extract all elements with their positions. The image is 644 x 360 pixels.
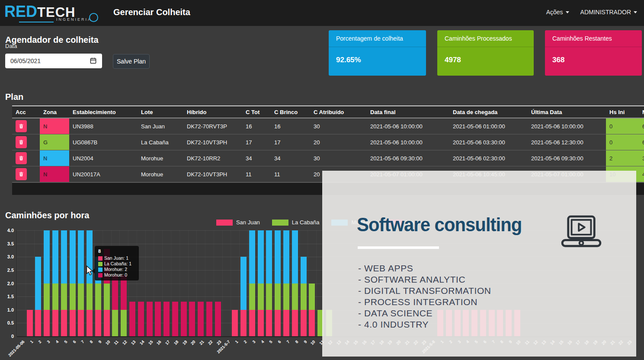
bar-segment-la-cabaña[interactable] [283, 284, 289, 310]
ad-service-list: - WEB APPS- SOFTWARE ANALYTIC- DIGITAL T… [358, 263, 491, 330]
y-tick-label: 4.0 [0, 228, 14, 233]
bar-segment-san-juan[interactable] [104, 310, 110, 336]
bar-segment-morohue[interactable] [172, 302, 178, 336]
bar-segment-morohue[interactable] [258, 230, 264, 284]
bar-segment-morohue[interactable] [198, 302, 204, 336]
bar-segment-la-cabaña[interactable] [78, 284, 84, 310]
bar-segment-la-cabaña[interactable] [275, 284, 281, 310]
bar-segment-la-cabaña[interactable] [87, 284, 93, 310]
bar-segment-morohue[interactable] [189, 302, 195, 336]
bar-segment-morohue[interactable] [215, 302, 221, 336]
legend-item[interactable]: La Cabaña [272, 219, 320, 226]
delete-row-button[interactable] [16, 136, 27, 148]
bar-segment-san-juan[interactable] [275, 310, 281, 336]
bar-segment-la-cabaña[interactable] [95, 284, 101, 310]
bar-segment-morohue[interactable] [163, 302, 170, 336]
bar-segment-san-juan[interactable] [35, 310, 41, 336]
bar-segment-san-juan[interactable] [27, 310, 33, 336]
bar-segment-morohue[interactable] [138, 302, 144, 336]
bar-segment-la-cabaña[interactable] [112, 310, 118, 336]
mouse-cursor-icon [86, 265, 94, 278]
delete-row-button[interactable] [16, 168, 27, 180]
bar-segment-morohue[interactable] [292, 230, 298, 284]
gridline [282, 230, 282, 336]
bar-segment-san-juan[interactable] [258, 310, 264, 336]
menu-acoes[interactable]: Ações [546, 9, 569, 16]
bar-segment-san-juan[interactable] [283, 310, 289, 336]
column-header: Min/C [639, 106, 644, 118]
bar-segment-san-juan[interactable] [61, 310, 67, 336]
legend-item[interactable]: San Juan [216, 219, 260, 226]
menu-administrador[interactable]: ADMINISTRADOR [580, 9, 637, 16]
bar-segment-la-cabaña[interactable] [258, 284, 264, 310]
bar-segment-san-juan[interactable] [309, 310, 315, 336]
delete-row-button[interactable] [16, 120, 27, 132]
bar-segment-morohue[interactable] [249, 230, 255, 284]
x-tick-label: 2 [243, 339, 248, 344]
bar-segment-san-juan[interactable] [292, 310, 298, 336]
bar-segment-morohue[interactable] [266, 230, 272, 284]
save-plan-button[interactable]: Salve Plan [113, 54, 150, 69]
column-header: Zona [40, 106, 69, 118]
bar-segment-la-cabaña[interactable] [309, 284, 315, 310]
bar-segment-san-juan[interactable] [70, 310, 76, 336]
cell-hibrido: DK72-10RR2 [183, 150, 242, 166]
bar-segment-san-juan[interactable] [249, 310, 255, 336]
bar-segment-morohue[interactable] [206, 302, 212, 336]
cell-c_brinco: 16 [271, 118, 310, 134]
bar-segment-morohue[interactable] [112, 275, 118, 310]
cell-establecimiento: UN3988 [69, 118, 138, 134]
bar-segment-morohue[interactable] [52, 230, 58, 284]
delete-row-button[interactable] [16, 152, 27, 164]
bar-segment-morohue[interactable] [129, 302, 135, 336]
ad-title: Software consulting [357, 214, 522, 236]
bar-segment-la-cabaña[interactable] [104, 284, 110, 310]
cell-data_final: 2021-05-06 10:00:00 [367, 134, 449, 150]
bar-segment-morohue[interactable] [283, 230, 289, 284]
x-tick-label: 15 [147, 339, 154, 346]
bar-segment-morohue[interactable] [301, 257, 307, 283]
laptop-video-icon [559, 215, 603, 252]
bar-segment-la-cabaña[interactable] [70, 284, 76, 310]
menu-administrador-label: ADMINISTRADOR [580, 9, 631, 16]
bar-segment-morohue[interactable] [155, 302, 161, 336]
bar-segment-morohue[interactable] [181, 302, 187, 336]
bar-segment-san-juan[interactable] [78, 310, 84, 336]
bar-segment-la-cabaña[interactable] [61, 284, 67, 310]
bar-segment-la-cabaña[interactable] [301, 284, 307, 310]
bar-segment-la-cabaña[interactable] [292, 284, 298, 310]
bar-segment-san-juan[interactable] [266, 310, 272, 336]
plan-table-row: GUG0867BLa CabañaDK72-10VT3PH1717202021-… [12, 134, 644, 150]
cell-hibrido: DK72-70RVT3P [183, 118, 242, 134]
bar-segment-san-juan[interactable] [301, 310, 307, 336]
bar-segment-morohue[interactable] [44, 230, 50, 284]
bar-segment-la-cabaña[interactable] [52, 284, 58, 310]
bar-segment-la-cabaña[interactable] [249, 284, 255, 310]
x-tick-label: 1 [29, 339, 34, 344]
bar-segment-san-juan[interactable] [240, 310, 247, 336]
bar-segment-san-juan[interactable] [87, 310, 93, 336]
stat-card-harvest-percentage: Porcentagem de colheita 92.65% [329, 30, 426, 76]
x-tick-label: 7 [285, 339, 291, 344]
x-tick-label: 10 [310, 339, 316, 346]
bar-segment-san-juan[interactable] [44, 310, 50, 336]
scheduler-heading: Agendador de colheita [5, 35, 99, 45]
bar-segment-la-cabaña[interactable] [44, 284, 50, 310]
bar-segment-san-juan[interactable] [52, 310, 58, 336]
bar-segment-la-cabaña[interactable] [266, 284, 272, 310]
stat-card-value: 368 [545, 47, 642, 64]
bar-segment-morohue[interactable] [70, 230, 76, 284]
date-input[interactable] [5, 54, 102, 68]
bar-segment-morohue[interactable] [147, 302, 153, 336]
bar-segment-morohue[interactable] [78, 230, 84, 284]
logo-subtitle: INGENIERIA [56, 17, 92, 22]
bar-segment-morohue[interactable] [240, 257, 247, 310]
bar-segment-morohue[interactable] [61, 230, 67, 284]
bar-segment-morohue[interactable] [275, 230, 281, 284]
bar-segment-morohue[interactable] [121, 275, 127, 310]
bar-segment-la-cabaña[interactable] [121, 310, 127, 336]
bar-segment-san-juan[interactable] [95, 310, 101, 336]
logo[interactable]: REDTECH INGENIERIA [4, 3, 110, 23]
bar-segment-san-juan[interactable] [232, 310, 238, 336]
bar-segment-morohue[interactable] [35, 257, 41, 310]
